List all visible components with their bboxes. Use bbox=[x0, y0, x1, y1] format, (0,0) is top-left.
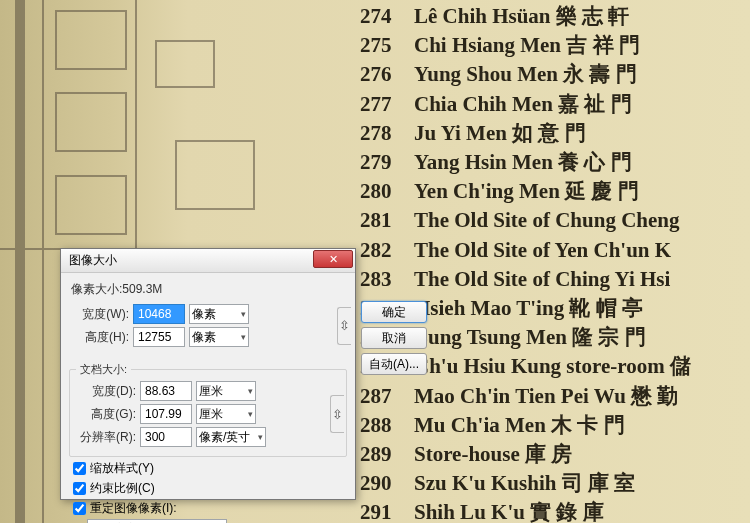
pixel-width-input[interactable] bbox=[133, 304, 185, 324]
doc-height-label: 高度(G): bbox=[76, 406, 136, 423]
link-icon[interactable]: ⇳ bbox=[337, 307, 351, 345]
doc-width-unit-combo[interactable]: 厘米▾ bbox=[196, 381, 256, 401]
list-item: 279Yang Hsin Men 養 心 門 bbox=[360, 148, 691, 177]
pixel-height-input[interactable] bbox=[133, 327, 185, 347]
list-item: 291Shih Lu K'u 實 錄 庫 bbox=[360, 498, 691, 523]
scale-styles-checkbox[interactable] bbox=[73, 462, 86, 475]
chevron-down-icon: ▾ bbox=[248, 386, 253, 396]
list-item: 290Szu K'u Kushih 司 庫 室 bbox=[360, 469, 691, 498]
document-size-legend: 文档大小: bbox=[76, 362, 131, 377]
list-item: 283The Old Site of Ching Yi Hsi bbox=[360, 265, 691, 294]
resample-checkbox[interactable] bbox=[73, 502, 86, 515]
list-item: 274Lê Chih Hsüan 樂 志 軒 bbox=[360, 2, 691, 31]
pixel-height-unit-combo[interactable]: 像素▾ bbox=[189, 327, 249, 347]
list-item: 280Yen Ch'ing Men 延 慶 門 bbox=[360, 177, 691, 206]
close-icon: ✕ bbox=[329, 253, 338, 266]
list-item: 275Chi Hsiang Men 吉 祥 門 bbox=[360, 31, 691, 60]
link-icon[interactable]: ⇳ bbox=[330, 395, 344, 433]
list-item: 289Store-house 庫 房 bbox=[360, 440, 691, 469]
list-item: 277Chia Chih Men 嘉 祉 門 bbox=[360, 90, 691, 119]
dialog-title: 图像大小 bbox=[69, 252, 117, 269]
height-label: 高度(H): bbox=[69, 329, 129, 346]
auto-button[interactable]: 自动(A)... bbox=[361, 353, 427, 375]
chevron-down-icon: ▾ bbox=[241, 309, 246, 319]
chevron-down-icon: ▾ bbox=[241, 332, 246, 342]
chevron-down-icon: ▾ bbox=[258, 432, 263, 442]
close-button[interactable]: ✕ bbox=[313, 250, 353, 268]
ok-button[interactable]: 确定 bbox=[361, 301, 427, 323]
constrain-checkbox[interactable] bbox=[73, 482, 86, 495]
width-label: 宽度(W): bbox=[69, 306, 129, 323]
list-item: 287Mao Ch'in Tien Pei Wu 懋 勤 bbox=[360, 382, 691, 411]
chevron-down-icon: ▾ bbox=[248, 409, 253, 419]
list-item: 282The Old Site of Yen Ch'un K bbox=[360, 236, 691, 265]
doc-height-unit-combo[interactable]: 厘米▾ bbox=[196, 404, 256, 424]
pixel-width-unit-combo[interactable]: 像素▾ bbox=[189, 304, 249, 324]
resolution-input[interactable] bbox=[140, 427, 192, 447]
scale-styles-label: 缩放样式(Y) bbox=[90, 460, 154, 477]
pixel-size-info: 像素大小:509.3M bbox=[71, 281, 347, 298]
resample-method-combo[interactable]: 两次立方 (自动)▾ bbox=[87, 519, 227, 523]
dialog-titlebar[interactable]: 图像大小 ✕ bbox=[61, 249, 355, 273]
image-size-dialog: 图像大小 ✕ 像素大小:509.3M 宽度(W): 像素▾ 高度(H): 像素▾… bbox=[60, 248, 356, 500]
cancel-button[interactable]: 取消 bbox=[361, 327, 427, 349]
list-item: 288Mu Ch'ia Men 木 卡 門 bbox=[360, 411, 691, 440]
constrain-label: 约束比例(C) bbox=[90, 480, 155, 497]
document-size-group: 文档大小: 宽度(D): 厘米▾ 高度(G): 厘米▾ ⇳ 分辨率(R): 像素… bbox=[69, 369, 347, 457]
doc-width-label: 宽度(D): bbox=[76, 383, 136, 400]
doc-width-input[interactable] bbox=[140, 381, 192, 401]
list-item: 278Ju Yi Men 如 意 門 bbox=[360, 119, 691, 148]
page-text-list: 274Lê Chih Hsüan 樂 志 軒275Chi Hsiang Men … bbox=[360, 2, 691, 523]
resolution-unit-combo[interactable]: 像素/英寸▾ bbox=[196, 427, 266, 447]
list-item: 281The Old Site of Chung Cheng bbox=[360, 206, 691, 235]
resample-label: 重定图像像素(I): bbox=[90, 500, 177, 517]
doc-height-input[interactable] bbox=[140, 404, 192, 424]
list-item: 276Yung Shou Men 永 壽 門 bbox=[360, 60, 691, 89]
resolution-label: 分辨率(R): bbox=[76, 429, 136, 446]
